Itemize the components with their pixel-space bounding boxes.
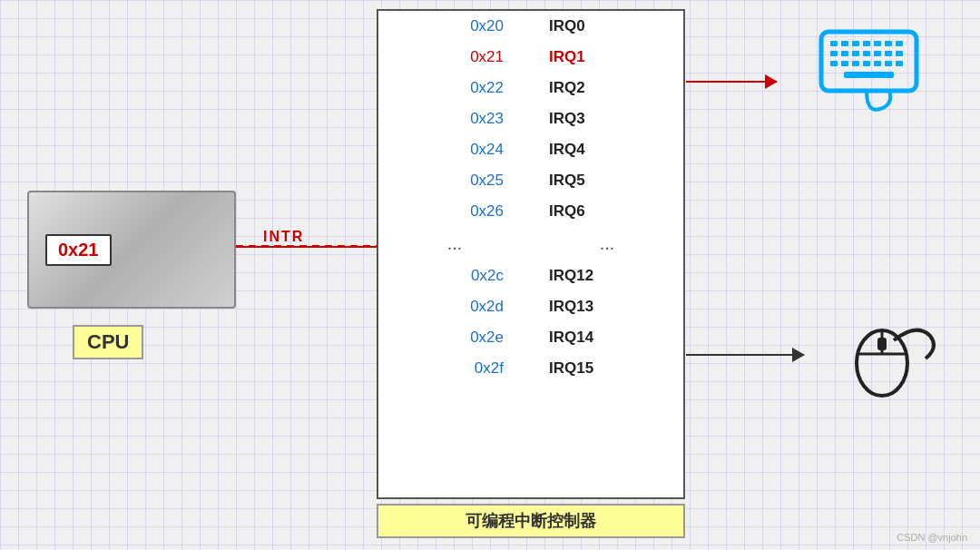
irq-cell: IRQ0 (531, 11, 683, 42)
svg-rect-16 (841, 61, 848, 66)
table-row: 0x2dIRQ13 (378, 291, 683, 322)
svg-rect-15 (830, 61, 838, 66)
svg-rect-5 (874, 41, 881, 46)
addr-cell: 0x22 (378, 73, 531, 103)
irq-cell: IRQ12 (531, 260, 683, 291)
svg-rect-18 (863, 61, 870, 66)
svg-rect-2 (841, 41, 848, 46)
addr-cell: 0x24 (378, 134, 531, 165)
svg-rect-1 (830, 41, 838, 46)
svg-rect-4 (863, 41, 870, 46)
irq-cell: IRQ3 (531, 103, 683, 134)
svg-rect-12 (874, 51, 881, 56)
dots-cell: ... (378, 227, 531, 260)
svg-rect-10 (852, 51, 859, 56)
addr-cell: 0x26 (378, 196, 531, 227)
svg-rect-11 (863, 51, 870, 56)
addr-cell: 0x2e (378, 322, 531, 353)
table-row: 0x2fIRQ15 (378, 353, 683, 384)
svg-rect-6 (885, 41, 892, 46)
irq-cell: IRQ2 (531, 73, 683, 103)
irq-cell: IRQ13 (531, 291, 683, 322)
irq-cell: IRQ4 (531, 134, 683, 165)
table-row: 0x22IRQ2 (378, 73, 683, 103)
addr-cell: 0x25 (378, 165, 531, 196)
addr-cell: 0x21 (378, 42, 531, 73)
dots-cell: ... (531, 227, 683, 260)
addr-cell: 0x23 (378, 103, 531, 134)
addr-cell: 0x2f (378, 353, 531, 384)
addr-cell: 0x2c (378, 260, 531, 291)
table-row: 0x2cIRQ12 (378, 260, 683, 291)
table-row: 0x25IRQ5 (378, 165, 683, 196)
cpu-label: CPU (73, 325, 143, 359)
addr-cell: 0x2d (378, 291, 531, 322)
cpu-addr-value: 0x21 (45, 234, 112, 266)
svg-rect-20 (885, 61, 892, 66)
intr-line (236, 246, 377, 248)
svg-rect-3 (852, 41, 859, 46)
svg-rect-17 (852, 61, 859, 66)
irq-cell: IRQ5 (531, 165, 683, 196)
svg-rect-21 (896, 61, 903, 66)
irq-cell: IRQ1 (531, 42, 683, 73)
svg-rect-19 (874, 61, 881, 66)
irq-cell: IRQ15 (531, 353, 683, 384)
svg-rect-8 (830, 51, 838, 56)
watermark: CSDN @vnjohn (897, 532, 967, 543)
svg-rect-14 (896, 51, 903, 56)
pic-controller-label: 可编程中断控制器 (377, 504, 685, 538)
table-row: ...... (378, 227, 683, 260)
table-row: 0x24IRQ4 (378, 134, 683, 165)
table-row: 0x2eIRQ14 (378, 322, 683, 353)
irq1-arrow (686, 81, 777, 83)
cpu-block: 0x21 (27, 191, 236, 309)
mouse-icon (844, 313, 944, 404)
table-row: 0x20IRQ0 (378, 11, 683, 42)
svg-rect-26 (877, 338, 887, 350)
irq-cell: IRQ6 (531, 196, 683, 227)
irq12-arrow (686, 354, 804, 356)
pic-table-container: 0x20IRQ00x21IRQ10x22IRQ20x23IRQ30x24IRQ4… (377, 9, 685, 499)
svg-rect-9 (841, 51, 848, 56)
svg-rect-7 (896, 41, 903, 46)
irq-cell: IRQ14 (531, 322, 683, 353)
svg-rect-13 (885, 51, 892, 56)
intr-label: INTR (263, 229, 304, 245)
pic-table: 0x20IRQ00x21IRQ10x22IRQ20x23IRQ30x24IRQ4… (378, 11, 683, 384)
table-row: 0x23IRQ3 (378, 103, 683, 134)
table-row: 0x21IRQ1 (378, 42, 683, 73)
addr-cell: 0x20 (378, 11, 531, 42)
table-row: 0x26IRQ6 (378, 196, 683, 227)
keyboard-icon (817, 18, 935, 118)
svg-rect-22 (844, 72, 894, 78)
